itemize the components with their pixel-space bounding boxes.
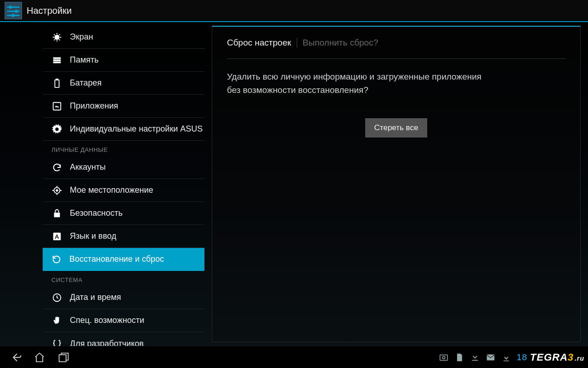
watermark: TEGRA3.ru — [530, 351, 584, 363]
nav-label: Восстановление и сброс — [69, 254, 164, 264]
watermark-text: 3 — [568, 351, 574, 363]
erase-all-button[interactable]: Стереть все — [365, 118, 428, 138]
breadcrumb-current[interactable]: Сброс настроек — [227, 38, 291, 48]
nav-asus-custom[interactable]: Индивидуальные настройки ASUS — [43, 118, 204, 141]
nav-language[interactable]: A Язык и ввод — [43, 225, 204, 248]
nav-label: Язык и ввод — [70, 231, 116, 241]
svg-rect-2 — [53, 59, 61, 61]
nav-label: Индивидуальные настройки ASUS — [70, 124, 203, 134]
nav-developer[interactable]: Для разработчиков — [43, 332, 204, 346]
svg-point-15 — [442, 356, 445, 359]
svg-rect-13 — [59, 355, 66, 362]
apps-icon — [51, 101, 62, 112]
clock-icon — [51, 292, 62, 303]
back-button[interactable] — [4, 348, 28, 367]
svg-rect-6 — [53, 102, 61, 110]
nav-accounts[interactable]: Аккаунты — [43, 156, 204, 179]
svg-rect-1 — [53, 57, 61, 59]
nav-display[interactable]: Экран — [43, 26, 204, 49]
location-icon — [51, 185, 62, 196]
recent-apps-button[interactable] — [51, 348, 75, 367]
screenshot-icon[interactable] — [436, 348, 452, 367]
nav-backup-reset[interactable]: Восстановление и сброс — [43, 248, 204, 271]
svg-text:A: A — [55, 233, 59, 240]
system-bar: 18 TEGRA3.ru — [0, 346, 588, 368]
nav-label: Аккаунты — [70, 162, 106, 172]
svg-rect-4 — [55, 80, 59, 87]
watermark-text: .ru — [575, 355, 584, 362]
lock-icon — [51, 208, 62, 219]
nav-security[interactable]: Безопасность — [43, 202, 204, 225]
nav-label: Приложения — [70, 101, 118, 111]
nav-datetime[interactable]: Дата и время — [43, 286, 204, 309]
nav-storage[interactable]: Память — [43, 49, 204, 72]
nav-label: Безопасность — [70, 208, 123, 218]
braces-icon — [51, 338, 62, 346]
settings-app-icon — [5, 2, 22, 19]
svg-rect-16 — [486, 354, 494, 360]
status-clock[interactable]: 18 — [517, 352, 527, 362]
display-icon — [51, 32, 62, 43]
sdcard-icon — [452, 348, 467, 367]
confirmation-text: Удалить всю личную информацию и загружен… — [227, 59, 565, 97]
nav-battery[interactable]: Батарея — [43, 72, 204, 95]
body-line: без возможности восстановления? — [227, 85, 368, 95]
nav-accessibility[interactable]: Спец. возможности — [43, 309, 204, 332]
nav-location[interactable]: Мое местоположение — [43, 179, 204, 202]
svg-point-0 — [55, 35, 59, 39]
nav-section-personal: ЛИЧНЫЕ ДАННЫЕ — [43, 141, 204, 156]
download-arrow-icon — [498, 348, 514, 367]
gear-icon — [51, 124, 62, 135]
nav-apps[interactable]: Приложения — [43, 95, 204, 118]
nav-label: Дата и время — [70, 293, 121, 302]
nav-label: Мое местоположение — [70, 185, 153, 195]
mail-icon — [483, 348, 498, 367]
svg-rect-14 — [440, 355, 447, 360]
breadcrumb-separator — [297, 38, 297, 48]
body-line: Удалить всю личную информацию и загружен… — [227, 72, 481, 81]
settings-nav: Экран Память Батарея Приложения — [0, 22, 204, 346]
nav-label: Экран — [70, 32, 93, 42]
watermark-text: TEGRA — [530, 351, 568, 363]
svg-point-8 — [56, 190, 58, 191]
language-icon: A — [51, 231, 62, 242]
action-bar: Настройки — [0, 0, 588, 22]
svg-rect-3 — [53, 61, 61, 63]
storage-icon — [51, 55, 62, 66]
nav-section-system: СИСТЕМА — [43, 271, 204, 286]
breadcrumb-trail: Выполнить сброс? — [303, 38, 378, 48]
content-area: Экран Память Батарея Приложения — [0, 22, 588, 346]
page-title: Настройки — [27, 6, 72, 16]
nav-label: Для разработчиков — [70, 339, 144, 346]
sync-icon — [51, 162, 62, 173]
battery-icon — [51, 78, 62, 89]
nav-label: Память — [70, 55, 99, 65]
download-icon — [467, 348, 483, 367]
hand-icon — [51, 315, 62, 326]
home-button[interactable] — [28, 348, 51, 367]
nav-label: Батарея — [70, 78, 102, 88]
detail-panel: Сброс настроек Выполнить сброс? Удалить … — [212, 26, 581, 342]
restore-icon — [51, 254, 62, 265]
svg-rect-9 — [54, 213, 60, 217]
nav-label: Спец. возможности — [70, 316, 144, 325]
breadcrumb: Сброс настроек Выполнить сброс? — [227, 27, 565, 59]
svg-rect-5 — [56, 79, 58, 80]
